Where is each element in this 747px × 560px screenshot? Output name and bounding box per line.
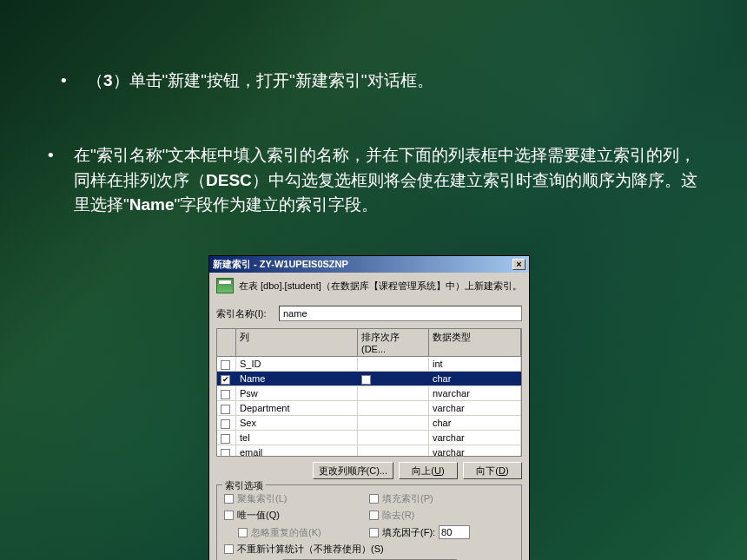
no-recompute-option[interactable]: 不重新计算统计（不推荐使用）(S) — [224, 541, 514, 557]
row-checkbox[interactable] — [221, 449, 230, 457]
row-data-type: nvarchar — [429, 386, 521, 400]
row-column-name: S_ID — [236, 357, 358, 371]
row-data-type: varchar — [429, 445, 521, 457]
row-column-name: email — [236, 445, 358, 457]
table-row[interactable]: ✔Namechar — [217, 372, 521, 386]
row-sort-order[interactable] — [358, 401, 429, 415]
row-sort-order[interactable] — [358, 445, 429, 457]
clustered-option: 聚集索引(L) — [224, 491, 369, 507]
table-row[interactable]: S_IDint — [217, 357, 521, 372]
row-sort-order[interactable] — [358, 386, 429, 400]
ignore-dup-option: 忽略重复的值(K) — [224, 524, 369, 541]
row-sort-order[interactable] — [358, 416, 429, 430]
row-data-type: char — [429, 372, 521, 385]
row-column-name: Department — [236, 401, 358, 415]
index-name-label: 索引名称(I): — [216, 307, 274, 320]
columns-grid[interactable]: S_IDint✔NamecharPswnvarcharDepartmentvar… — [216, 356, 522, 457]
row-data-type: varchar — [429, 431, 521, 445]
unique-option[interactable]: 唯一值(Q) — [224, 507, 369, 524]
slide-paragraph-2: •在"索引名称"文本框中填入索引的名称，并在下面的列表框中选择需要建立索引的列，… — [48, 143, 699, 218]
row-checkbox[interactable] — [221, 405, 230, 414]
row-checkbox[interactable] — [221, 419, 230, 429]
fill-factor-option[interactable]: 填充因子(F): — [369, 524, 514, 541]
row-data-type: varchar — [429, 401, 521, 415]
index-options-group: 索引选项 聚集索引(L) 填充索引(P) 唯一值(Q) 除去(R) 忽略重复的值… — [216, 484, 522, 560]
dialog-description: 在表 [dbo].[student]（在数据库【课程管理系统】中）上新建索引。 — [239, 280, 522, 293]
close-button[interactable]: × — [512, 259, 526, 270]
index-name-input[interactable] — [279, 306, 522, 321]
new-index-dialog: 新建索引 - ZY-W1UPEIS0SZNP × 在表 [dbo].[stude… — [208, 255, 530, 560]
row-data-type: char — [429, 416, 521, 430]
row-sort-order[interactable] — [358, 372, 429, 385]
index-options-title: 索引选项 — [222, 479, 266, 492]
row-sort-order[interactable] — [358, 357, 429, 371]
slide-bullet-3: •（3）单击"新建"按钮，打开"新建索引"对话框。 — [61, 69, 686, 92]
row-sort-order[interactable] — [358, 431, 429, 445]
row-column-name: tel — [236, 431, 358, 445]
drop-option: 除去(R) — [369, 507, 514, 524]
row-column-name: Sex — [236, 416, 358, 430]
row-checkbox[interactable] — [221, 360, 230, 370]
row-checkbox[interactable] — [221, 390, 230, 399]
table-row[interactable]: Sexchar — [217, 416, 521, 431]
column-header-name[interactable]: 列 — [236, 329, 358, 356]
fill-factor-input[interactable] — [439, 525, 470, 539]
row-column-name: Psw — [236, 386, 358, 400]
table-row[interactable]: Departmentvarchar — [217, 401, 521, 416]
row-checkbox[interactable] — [221, 434, 230, 444]
table-row[interactable]: Pswnvarchar — [217, 386, 521, 401]
row-column-name: Name — [236, 372, 358, 385]
change-order-button[interactable]: 更改列顺序(C)... — [313, 462, 393, 479]
move-up-button[interactable]: 向上(U) — [399, 462, 458, 479]
dialog-title: 新建索引 - ZY-W1UPEIS0SZNP — [213, 258, 348, 271]
row-data-type: int — [429, 357, 521, 371]
row-checkbox[interactable]: ✔ — [221, 375, 230, 385]
move-down-button[interactable]: 向下(D) — [463, 462, 522, 479]
dialog-description-row: 在表 [dbo].[student]（在数据库【课程管理系统】中）上新建索引。 — [209, 273, 529, 299]
table-icon — [216, 278, 234, 293]
column-header-type[interactable]: 数据类型 — [429, 329, 521, 356]
columns-grid-header: 列 排序次序 (DE... 数据类型 — [216, 328, 522, 356]
table-row[interactable]: emailvarchar — [217, 445, 521, 457]
column-header-sort[interactable]: 排序次序 (DE... — [358, 329, 429, 356]
table-row[interactable]: telvarchar — [217, 431, 521, 445]
pad-index-option: 填充索引(P) — [369, 491, 514, 507]
dialog-titlebar: 新建索引 - ZY-W1UPEIS0SZNP × — [209, 256, 529, 273]
